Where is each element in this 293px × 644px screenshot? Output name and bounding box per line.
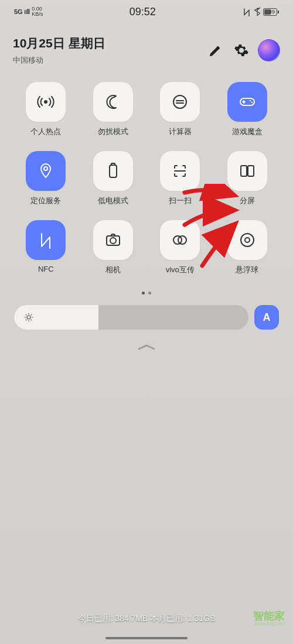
expand-handle[interactable]	[0, 342, 293, 351]
gamepad-icon	[227, 82, 267, 122]
camera-icon	[93, 220, 133, 260]
auto-brightness-button[interactable]: A	[254, 305, 279, 330]
splitscreen-icon	[227, 151, 267, 191]
tile-location[interactable]: 定位服务	[16, 151, 76, 206]
edit-button[interactable]	[206, 41, 225, 60]
signal-bars-icon: ıılll	[24, 8, 30, 16]
calculator-icon	[160, 82, 200, 122]
pencil-icon	[209, 43, 223, 57]
svg-point-15	[245, 238, 250, 242]
svg-point-4	[251, 102, 253, 103]
tile-lowpower[interactable]: 低电模式	[84, 151, 143, 206]
tile-label: 低电模式	[98, 196, 128, 206]
tile-label: 定位服务	[30, 196, 61, 206]
tile-camera[interactable]: 相机	[84, 220, 143, 275]
quick-settings-grid: 个人热点 勿扰模式 计算器 游戏魔盒 定位服务 低电模式	[0, 66, 293, 282]
tile-label: vivo互传	[166, 265, 195, 275]
tile-label: 个人热点	[30, 126, 61, 137]
svg-point-16	[27, 316, 30, 319]
page-dot	[148, 292, 151, 294]
sun-icon	[23, 312, 34, 323]
avatar[interactable]	[258, 39, 280, 61]
tile-label: 扫一扫	[169, 196, 192, 206]
svg-point-5	[44, 167, 47, 170]
clock: 09:52	[130, 6, 156, 18]
settings-button[interactable]	[232, 41, 251, 60]
hotspot-icon	[26, 82, 66, 122]
svg-rect-8	[241, 166, 247, 176]
network-type: 5G	[14, 8, 23, 15]
svg-point-14	[241, 234, 254, 246]
status-right: 49	[242, 7, 279, 16]
tile-label: 分屏	[240, 196, 255, 206]
bluetooth-icon	[253, 7, 262, 16]
battery-tile-icon	[93, 151, 133, 191]
nfc-status-icon	[242, 7, 251, 16]
brightness-slider[interactable]	[14, 305, 248, 330]
svg-point-0	[44, 100, 47, 104]
status-left: 5G ıılll 0.00KB/s	[14, 6, 43, 17]
tile-calculator[interactable]: 计算器	[151, 82, 210, 137]
tile-label: 相机	[105, 265, 121, 275]
svg-rect-6	[110, 165, 117, 177]
scan-icon	[160, 151, 200, 191]
tile-label: 悬浮球	[236, 265, 258, 275]
tile-dnd[interactable]: 勿扰模式	[84, 82, 143, 137]
svg-point-1	[173, 95, 186, 108]
svg-point-11	[110, 238, 116, 244]
tile-scan[interactable]: 扫一扫	[151, 151, 210, 206]
network-speed: 0.00KB/s	[32, 6, 43, 17]
tile-label: 勿扰模式	[98, 126, 128, 137]
tile-hotspot[interactable]: 个人热点	[16, 82, 76, 137]
location-icon	[26, 151, 66, 191]
page-dot-active	[142, 292, 145, 294]
tile-nfc[interactable]: NFC	[16, 220, 76, 275]
moon-icon	[93, 82, 133, 122]
chevron-up-icon	[137, 342, 156, 351]
date-text: 10月25日 星期日	[13, 35, 199, 52]
watermark: 智能家 www.znj.com	[253, 611, 285, 626]
tile-floatball[interactable]: 悬浮球	[218, 220, 277, 275]
svg-point-3	[250, 100, 251, 101]
nav-indicator	[105, 637, 188, 639]
tile-label: 计算器	[169, 126, 192, 137]
share-icon	[160, 220, 200, 260]
tile-vivoshare[interactable]: vivo互传	[151, 220, 210, 275]
brightness-fill	[14, 305, 98, 330]
brightness-row: A	[0, 294, 293, 334]
svg-rect-7	[111, 163, 115, 165]
tile-gamebox[interactable]: 游戏魔盒	[218, 82, 277, 137]
tile-splitscreen[interactable]: 分屏	[218, 151, 277, 206]
tile-label: NFC	[38, 265, 54, 273]
nfc-tile-icon	[26, 220, 66, 260]
target-icon	[227, 220, 267, 260]
header: 10月25日 星期日 中国移动	[0, 21, 293, 66]
status-bar: 5G ıılll 0.00KB/s 09:52 49	[0, 0, 293, 21]
carrier-text: 中国移动	[13, 55, 199, 66]
gear-icon	[234, 43, 249, 58]
svg-rect-9	[248, 166, 254, 176]
tile-label: 游戏魔盒	[232, 126, 263, 137]
battery-icon: 49	[263, 8, 279, 16]
date-block: 10月25日 星期日 中国移动	[13, 35, 199, 66]
data-usage-text: 今日已用: 384.7MB 本月已用: 1.31GB	[0, 614, 293, 624]
